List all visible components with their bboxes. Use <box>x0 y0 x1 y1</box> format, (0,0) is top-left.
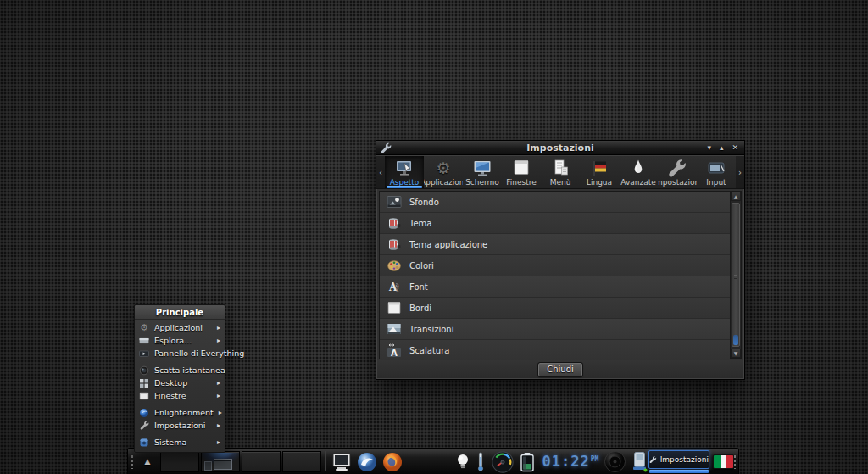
shelf-gripper-left[interactable] <box>131 454 134 469</box>
applet-device[interactable] <box>629 450 649 473</box>
submenu-arrow-icon: ▸ <box>217 392 220 399</box>
list-item-transizioni[interactable]: Transizioni <box>380 319 730 340</box>
launcher-file-manager[interactable] <box>330 450 353 473</box>
applet-cpufreq[interactable] <box>489 450 516 473</box>
input-icon <box>706 159 726 177</box>
tab-schermo[interactable]: Schermo <box>463 156 502 188</box>
menu-item-applicazioni[interactable]: ⚙ Applicazioni ▸ <box>135 321 225 334</box>
pager <box>160 451 321 472</box>
tab-applicazioni[interactable]: ⚙ Applicazioni <box>424 156 463 188</box>
pager-mini-window <box>204 461 212 471</box>
submenu-arrow-icon: ▸ <box>217 379 220 387</box>
keyboard-flag-italy-icon[interactable] <box>713 454 734 469</box>
device-indicator-icon <box>631 451 648 472</box>
toolbar-scroll-right-button[interactable]: › <box>736 156 744 188</box>
applet-mixer[interactable] <box>603 450 626 473</box>
submenu-arrow-icon: ▸ <box>217 337 220 344</box>
menu-item-sistema[interactable]: Sistema ▸ <box>135 436 225 449</box>
tab-impostazioni[interactable]: Impostazioni <box>658 156 697 188</box>
language-icon <box>589 159 609 177</box>
svg-text:Ɛ: Ɛ <box>396 287 399 293</box>
everything-icon <box>139 349 149 359</box>
list-item-scalatura[interactable]: A Scalatura <box>380 340 730 361</box>
scrollbar[interactable]: ▲ ▼ <box>730 192 741 358</box>
window-footer: Chiudi <box>377 360 743 378</box>
menu-item-pannello-di-everything[interactable]: Pannello di Everything <box>135 347 225 360</box>
advanced-icon <box>628 159 648 177</box>
clock[interactable]: 01:22 PM <box>538 451 603 472</box>
applet-backlight[interactable] <box>452 450 474 473</box>
menu-item-desktop[interactable]: Desktop ▸ <box>135 376 225 389</box>
list-item-font[interactable]: AaƐ Font <box>380 276 730 298</box>
scroll-down-button[interactable]: ▼ <box>731 349 741 358</box>
desktop[interactable]: Impostazioni ▾ ▴ ✕ ‹ Aspetto ⚙ Applicazi… <box>0 0 868 474</box>
tab-avanzate[interactable]: Avanzate <box>619 156 658 188</box>
taskbar-item-impostazioni[interactable]: Impostazioni <box>648 450 709 473</box>
menu-item-enlightenment[interactable]: Enlightenment ▸ <box>135 406 225 419</box>
appearance-icon <box>394 159 415 177</box>
transitions-icon <box>387 321 402 337</box>
applet-battery[interactable] <box>516 450 538 473</box>
temperature-icon <box>476 451 486 472</box>
launcher-firefox[interactable] <box>381 450 404 473</box>
raise-button[interactable]: ▴ <box>720 144 724 152</box>
list-item-colori[interactable]: Colori <box>380 255 730 276</box>
applications-icon: ⚙ <box>139 323 149 333</box>
menu-item-esplora[interactable]: Esplora... ▸ <box>135 334 225 347</box>
list-item-tema-applicazione[interactable]: Tema applicazione <box>380 234 730 255</box>
desktop-icon <box>139 378 149 388</box>
submenu-arrow-icon: ▸ <box>217 438 220 446</box>
screenshot-icon <box>139 365 149 376</box>
submenu-arrow-icon: ▸ <box>219 409 222 416</box>
font-icon: AaƐ <box>387 279 402 294</box>
clock-time: 01:22 <box>542 451 590 472</box>
list-item-sfondo[interactable]: Sfondo <box>380 192 730 213</box>
submenu-arrow-icon: ▸ <box>217 421 220 429</box>
list-item-tema[interactable]: Tema <box>380 213 730 234</box>
toolbar-scroll-left-button[interactable]: ‹ <box>376 156 385 188</box>
cpufreq-icon <box>491 450 515 474</box>
tab-input[interactable]: Input <box>697 156 736 188</box>
list-item-bordi[interactable]: Bordi <box>380 298 730 319</box>
submenu-arrow-icon: ▸ <box>217 324 220 332</box>
shade-button[interactable]: ▾ <box>707 144 711 152</box>
settings-icon <box>668 159 687 177</box>
menu-item-scatta-istantanea[interactable]: Scatta istantanea <box>135 364 225 376</box>
pager-mini-window <box>214 459 232 470</box>
battery-icon <box>518 451 537 473</box>
shelf-start-button[interactable]: ▲ <box>136 450 159 472</box>
enlightenment-icon <box>139 408 149 418</box>
wrench-icon <box>381 142 392 153</box>
pager-desktop-4[interactable] <box>282 451 321 472</box>
settings-toolbar: ‹ Aspetto ⚙ Applicazioni Schermo <box>376 155 744 189</box>
close-button[interactable]: ✕ <box>732 144 738 152</box>
shelf-separator <box>325 451 326 471</box>
titlebar[interactable]: Impostazioni ▾ ▴ ✕ <box>376 141 744 155</box>
windows-icon <box>511 159 531 177</box>
scaling-icon: A <box>387 343 402 358</box>
scrollbar-thumb[interactable] <box>732 203 740 347</box>
applet-temperature[interactable] <box>474 450 487 473</box>
windows-icon <box>139 391 149 401</box>
borders-icon <box>387 300 402 315</box>
application-theme-icon <box>387 237 402 252</box>
svg-text:A: A <box>391 349 398 358</box>
clock-meridiem: PM <box>591 455 599 463</box>
scroll-up-button[interactable]: ▲ <box>731 192 741 201</box>
tab-finestre[interactable]: Finestre <box>502 156 541 188</box>
menu-title: Principale <box>135 305 225 320</box>
menu-item-finestre[interactable]: Finestre ▸ <box>135 389 225 402</box>
pager-desktop-2[interactable] <box>201 451 240 472</box>
file-manager-icon <box>331 451 353 473</box>
tab-lingua[interactable]: Lingua <box>580 156 619 188</box>
wrench-icon <box>649 454 657 465</box>
chiudi-button[interactable]: Chiudi <box>538 363 582 376</box>
tab-menu[interactable]: Menù <box>541 156 580 188</box>
window-title: Impostazioni <box>376 142 744 153</box>
pager-desktop-3[interactable] <box>242 451 281 472</box>
menu-item-impostazioni[interactable]: Impostazioni ▸ <box>135 419 225 432</box>
shelf-gripper-right[interactable] <box>733 454 737 469</box>
pager-desktop-1[interactable] <box>160 451 199 472</box>
tab-aspetto[interactable]: Aspetto <box>385 156 424 188</box>
launcher-thunderbird[interactable] <box>355 450 379 473</box>
